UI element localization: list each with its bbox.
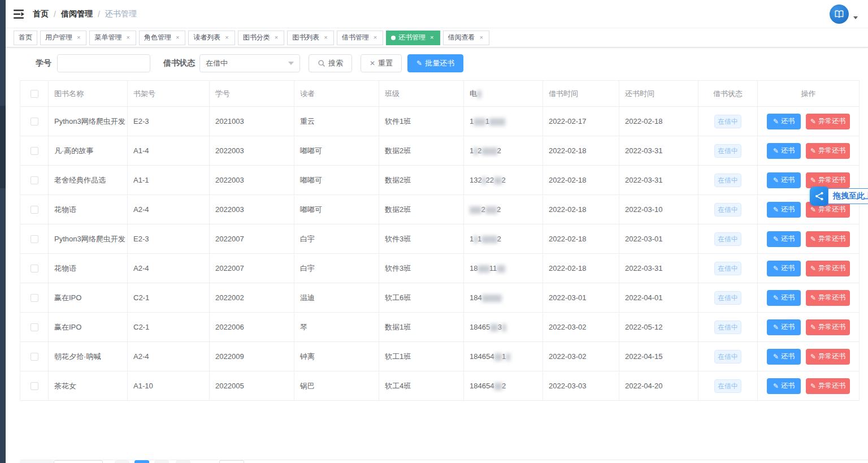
row-checkbox[interactable] (31, 118, 38, 126)
borrow-date-cell: 2022-03-01 (543, 283, 619, 313)
tab-读者列表[interactable]: 读者列表× (188, 31, 235, 45)
close-icon[interactable]: × (372, 34, 378, 41)
page-1-button[interactable] (134, 460, 149, 463)
book-name-cell: 茶花女 (49, 371, 128, 401)
abnormal-return-button[interactable]: ✎异常还书 (806, 319, 850, 335)
tab-还书管理[interactable]: 还书管理× (386, 31, 440, 45)
batch-return-button[interactable]: ✎ 批量还书 (407, 54, 463, 72)
search-button[interactable]: 搜索 (309, 54, 352, 72)
chevron-down-icon[interactable] (853, 16, 858, 19)
student-no-input[interactable] (57, 54, 150, 72)
button-label: 异常还书 (818, 234, 845, 244)
filter-toolbar: 学号 借书状态 在借中 搜索 ✕ 重置 ✎ 批量还书 (36, 54, 868, 72)
tab-角色管理[interactable]: 角色管理× (139, 31, 185, 45)
close-icon[interactable]: × (274, 34, 279, 41)
borrow-status-label: 借书状态 (163, 58, 195, 68)
collapsed-sidebar[interactable] (0, 0, 6, 463)
return-book-button[interactable]: ✎还书 (767, 143, 801, 159)
return-book-button[interactable]: ✎还书 (767, 202, 801, 218)
borrow-date-cell: 2022-02-17 (543, 107, 619, 136)
phone-cell: 132█22██2 (464, 166, 543, 195)
abnormal-return-button[interactable]: ✎异常还书 (806, 231, 850, 247)
abnormal-return-button[interactable]: ✎异常还书 (806, 114, 850, 129)
phone-header-visible: 电 (470, 89, 477, 98)
reset-button[interactable]: ✕ 重置 (361, 54, 402, 72)
button-label: 还书 (781, 381, 795, 391)
return-date-cell: 2022-03-31 (619, 166, 698, 195)
page-size-select[interactable] (54, 460, 103, 463)
page-jump-input[interactable] (219, 460, 244, 463)
abnormal-return-button[interactable]: ✎异常还书 (806, 290, 850, 306)
breadcrumb-borrow-mgmt[interactable]: 借阅管理 (61, 9, 93, 19)
phone-visible-segment: 184654 (470, 382, 494, 390)
share-icon[interactable] (810, 187, 829, 206)
button-label: 异常还书 (818, 352, 845, 361)
reader-cell: 重云 (294, 107, 379, 136)
return-book-button[interactable]: ✎还书 (767, 114, 801, 129)
reader-cell: 嘟嘟可 (294, 166, 379, 195)
tab-首页[interactable]: 首页 (14, 31, 37, 45)
select-all-checkbox[interactable] (31, 90, 38, 98)
header-student-no: 学号 (210, 81, 294, 107)
avatar[interactable] (830, 5, 849, 24)
row-checkbox[interactable] (31, 353, 38, 361)
edit-icon: ✎ (773, 206, 779, 213)
breadcrumb-home[interactable]: 首页 (33, 9, 49, 19)
row-checkbox[interactable] (31, 176, 38, 184)
pagination-total (20, 460, 54, 463)
row-checkbox[interactable] (31, 323, 38, 331)
close-icon[interactable]: × (479, 34, 484, 41)
close-icon[interactable]: × (323, 34, 328, 41)
status-badge: 在借中 (714, 321, 741, 334)
table-row: 赢在IPOC2-12022006琴数据1班18465██3█2022-03-02… (20, 313, 860, 342)
chevron-down-icon (288, 62, 294, 65)
status-cell: 在借中 (698, 254, 758, 283)
return-book-button[interactable]: ✎还书 (767, 261, 801, 276)
phone-redacted-segment: ██ (494, 353, 502, 360)
shelf-no-cell: E2-3 (128, 224, 210, 254)
abnormal-return-button[interactable]: ✎异常还书 (806, 349, 850, 365)
tab-图书列表[interactable]: 图书列表× (287, 31, 333, 45)
row-checkbox[interactable] (31, 206, 38, 214)
navbar-right (830, 5, 861, 24)
abnormal-return-button[interactable]: ✎异常还书 (806, 378, 850, 394)
abnormal-return-button[interactable]: ✎异常还书 (806, 143, 850, 159)
prev-page-button[interactable] (115, 460, 129, 463)
phone-redacted-segment: ██ (497, 265, 505, 272)
book-name-cell: 老舍经典作品选 (49, 166, 128, 195)
search-button-label: 搜索 (328, 58, 343, 68)
tab-菜单管理[interactable]: 菜单管理× (89, 31, 136, 45)
row-checkbox[interactable] (31, 147, 38, 155)
close-icon[interactable]: × (429, 34, 435, 41)
phone-visible-segment: 2 (497, 235, 501, 243)
upload-overlay-label[interactable]: 拖拽至此上传 (828, 188, 868, 204)
page-2-button[interactable] (154, 460, 169, 463)
return-book-button[interactable]: ✎还书 (767, 290, 801, 306)
edit-icon: ✎ (773, 353, 779, 360)
row-checkbox[interactable] (31, 235, 38, 243)
row-checkbox[interactable] (31, 294, 38, 302)
tab-用户管理[interactable]: 用户管理× (40, 31, 86, 45)
return-book-button[interactable]: ✎还书 (767, 172, 801, 188)
close-icon[interactable]: × (224, 34, 229, 41)
row-checkbox[interactable] (31, 382, 38, 390)
close-icon[interactable]: × (125, 34, 131, 41)
abnormal-return-button[interactable]: ✎异常还书 (806, 172, 850, 188)
hamburger-icon[interactable] (14, 9, 25, 19)
return-book-button[interactable]: ✎还书 (767, 349, 801, 365)
row-select-cell (20, 313, 49, 342)
abnormal-return-button[interactable]: ✎异常还书 (806, 261, 850, 276)
tab-借阅查看[interactable]: 借阅查看× (443, 31, 489, 45)
return-book-button[interactable]: ✎还书 (767, 231, 801, 247)
return-book-button[interactable]: ✎还书 (767, 319, 801, 335)
shelf-no-cell: A2-4 (128, 342, 210, 371)
close-icon[interactable]: × (76, 34, 81, 41)
tab-借书管理[interactable]: 借书管理× (337, 31, 383, 45)
return-book-button[interactable]: ✎还书 (767, 378, 801, 394)
borrow-status-select[interactable]: 在借中 (199, 54, 300, 72)
drag-upload-overlay[interactable]: 拖拽至此上传 (810, 187, 868, 206)
close-icon[interactable]: × (175, 34, 180, 41)
row-checkbox[interactable] (31, 265, 38, 272)
page-3-button[interactable] (176, 460, 190, 463)
tab-图书分类[interactable]: 图书分类× (238, 31, 284, 45)
